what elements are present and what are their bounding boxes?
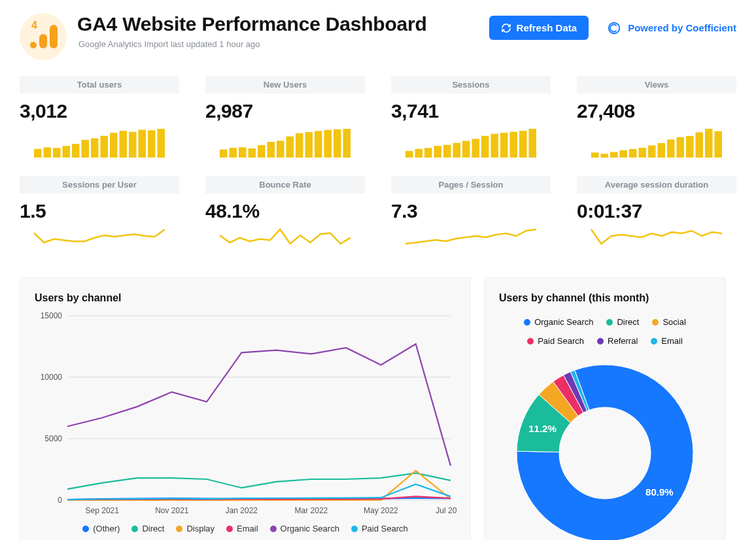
refresh-data-button[interactable]: Refresh Data	[489, 16, 589, 40]
legend-item[interactable]: Paid Search	[527, 336, 584, 346]
users-by-channel-month-panel: Users by channel (this month) Organic Se…	[484, 277, 726, 540]
svg-text:Nov 2021: Nov 2021	[155, 506, 189, 515]
svg-rect-55	[705, 129, 713, 158]
svg-rect-19	[258, 145, 266, 158]
kpi-value: 48.1%	[205, 200, 365, 222]
kpi-label: Sessions	[391, 76, 551, 93]
legend-item[interactable]: Organic Search	[270, 524, 339, 533]
kpi-label: Sessions per User	[20, 176, 179, 194]
sparkline-bar	[577, 127, 736, 158]
svg-rect-30	[415, 149, 423, 158]
kpi-grid: Total users3,012New Users2,987Sessions3,…	[20, 76, 736, 258]
kpi-card: New Users2,987	[205, 76, 365, 158]
svg-rect-20	[267, 142, 275, 158]
legend-label: Social	[662, 317, 685, 327]
kpi-card: Total users3,012	[20, 76, 179, 158]
logo-badge-number: 4	[31, 20, 37, 31]
svg-rect-23	[296, 133, 303, 158]
sparkline-bar	[20, 127, 179, 158]
svg-text:Jan 2022: Jan 2022	[226, 506, 258, 515]
panel-title: Users by channel	[35, 292, 456, 304]
svg-text:Sep 2021: Sep 2021	[86, 506, 120, 515]
legend-swatch	[131, 526, 138, 532]
kpi-value: 27,408	[577, 100, 736, 122]
svg-rect-38	[491, 134, 499, 158]
legend-item[interactable]: Direct	[131, 524, 164, 533]
svg-rect-25	[315, 131, 322, 158]
kpi-value: 7.3	[391, 200, 551, 222]
svg-rect-44	[601, 154, 609, 158]
legend-label: Display	[186, 524, 215, 533]
legend-label: Email	[237, 524, 258, 533]
legend-item[interactable]: Referral	[597, 336, 638, 346]
legend-label: Paid Search	[538, 336, 584, 346]
svg-text:15000: 15000	[41, 311, 63, 320]
svg-rect-18	[249, 148, 256, 158]
svg-rect-13	[148, 130, 156, 158]
legend-item[interactable]: Social	[652, 317, 685, 327]
svg-text:11.2%: 11.2%	[528, 423, 557, 434]
svg-rect-51	[667, 139, 675, 158]
legend-swatch	[597, 338, 604, 345]
last-updated-subtitle: Google Analytics Import last updated 1 h…	[78, 39, 479, 49]
svg-rect-54	[696, 132, 704, 158]
legend-item[interactable]: Organic Search	[524, 317, 593, 327]
legend-label: Direct	[617, 317, 639, 327]
legend-label: Email	[661, 336, 683, 346]
svg-rect-10	[120, 131, 128, 158]
legend-item[interactable]: Direct	[606, 317, 639, 327]
kpi-label: Total users	[20, 76, 179, 93]
svg-rect-50	[658, 143, 666, 158]
legend-swatch	[527, 338, 534, 345]
svg-text:10000: 10000	[41, 373, 63, 382]
svg-rect-16	[230, 148, 237, 158]
svg-rect-26	[324, 130, 332, 158]
legend-item[interactable]: Display	[176, 524, 215, 533]
svg-text:May 2022: May 2022	[364, 506, 398, 515]
kpi-value: 3,741	[391, 100, 551, 122]
legend-item[interactable]: Email	[651, 336, 683, 346]
svg-rect-2	[44, 147, 52, 158]
legend-item[interactable]: Paid Search	[351, 524, 408, 533]
legend-label: Organic Search	[534, 317, 593, 327]
legend-swatch	[351, 526, 358, 532]
refresh-icon	[501, 23, 511, 33]
users-by-channel-panel: Users by channel 050001000015000Sep 2021…	[20, 277, 471, 540]
legend-label: Direct	[142, 524, 164, 533]
line-chart-legend: (Other)DirectDisplayEmailOrganic SearchP…	[35, 524, 456, 533]
page-title: GA4 Website Performance Dashboard	[77, 13, 479, 35]
svg-rect-47	[629, 149, 637, 158]
svg-rect-15	[220, 150, 228, 158]
svg-text:Jul 2022: Jul 2022	[436, 506, 457, 515]
svg-text:Mar 2022: Mar 2022	[295, 506, 328, 515]
legend-swatch	[226, 526, 233, 532]
svg-rect-9	[110, 133, 118, 158]
kpi-card: Views27,408	[577, 76, 736, 158]
panel-title: Users by channel (this month)	[499, 292, 649, 304]
svg-rect-46	[620, 150, 628, 158]
kpi-label: New Users	[205, 76, 365, 93]
svg-rect-39	[500, 133, 508, 158]
legend-swatch	[524, 319, 530, 326]
svg-rect-4	[63, 146, 71, 158]
svg-rect-17	[239, 147, 247, 158]
donut-legend: Organic SearchDirectSocialPaid SearchRef…	[499, 317, 711, 346]
svg-rect-11	[129, 132, 137, 158]
kpi-card: Pages / Session7.3	[391, 176, 551, 258]
legend-swatch	[651, 338, 657, 345]
ga4-logo-icon: 4	[20, 13, 67, 60]
sparkline-line	[20, 228, 179, 258]
legend-item[interactable]: Email	[226, 524, 258, 533]
svg-rect-1	[34, 149, 42, 158]
users-by-channel-donut-chart: 80.9%11.2%	[507, 355, 703, 540]
kpi-card: Sessions per User1.5	[20, 176, 179, 258]
svg-rect-56	[715, 131, 723, 158]
coefficient-logo-icon	[607, 21, 621, 35]
legend-item[interactable]: (Other)	[82, 524, 120, 533]
powered-by-link[interactable]: Powered by Coefficient	[607, 21, 736, 35]
svg-rect-29	[405, 151, 413, 158]
kpi-label: Average session duration	[577, 176, 736, 194]
kpi-value: 0:01:37	[577, 200, 736, 222]
kpi-card: Bounce Rate48.1%	[205, 176, 365, 258]
kpi-label: Views	[577, 76, 736, 93]
